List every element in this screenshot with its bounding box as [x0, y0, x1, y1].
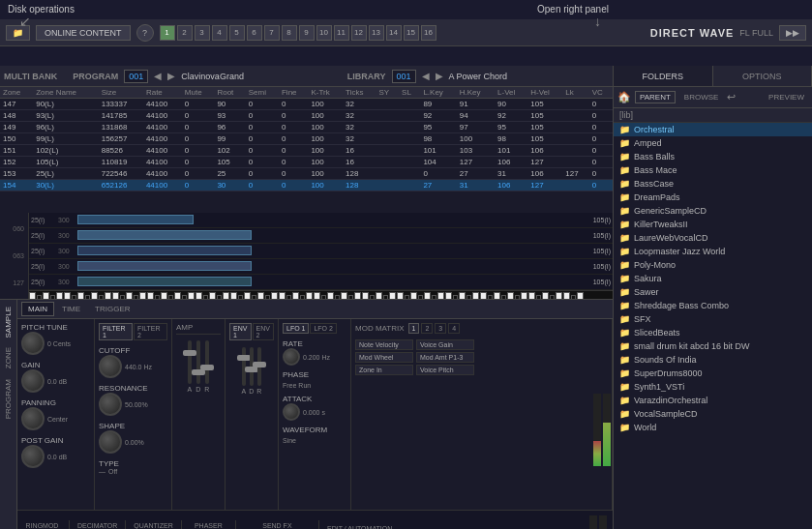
page-14[interactable]: 14 — [386, 25, 402, 41]
online-content-button[interactable]: ONLINE CONTENT — [36, 25, 131, 41]
piano-key[interactable] — [550, 295, 555, 301]
table-row[interactable]: 151102(L)8852644100010200100161011031011… — [0, 145, 613, 157]
filter1-tab[interactable]: FILTER 1 — [99, 323, 133, 340]
home-icon[interactable]: 🏠 — [617, 91, 631, 103]
cutoff-knob[interactable] — [99, 355, 122, 378]
piano-key[interactable] — [265, 295, 270, 301]
browser-item[interactable]: 📁GenericSampleCD — [614, 204, 812, 218]
page-16[interactable]: 16 — [421, 25, 436, 41]
piano-key[interactable] — [563, 292, 570, 301]
browser-item[interactable]: 📁LaureWebVocalCD — [614, 231, 812, 245]
piano-key[interactable] — [50, 295, 55, 301]
tab-trigger[interactable]: TRIGGER — [88, 302, 136, 316]
table-row[interactable]: 14996(L)1318684410009600100329597951050 — [0, 122, 613, 133]
rp-browse-btn[interactable]: BROWSE — [679, 91, 724, 103]
lib-next-arrow[interactable]: ▶ — [436, 71, 443, 81]
mod-source-3[interactable]: Zone In — [355, 365, 413, 375]
page-6[interactable]: 6 — [247, 25, 262, 41]
piano-key[interactable] — [257, 292, 264, 301]
piano-key[interactable] — [354, 292, 361, 301]
piano-key[interactable] — [223, 292, 229, 301]
mod-tab-3[interactable]: 3 — [435, 323, 446, 334]
browser-item[interactable]: 📁Sakura — [614, 272, 812, 285]
table-row[interactable]: 14893(L)1417854410009300100329294921050 — [0, 110, 613, 122]
piano-key[interactable] — [341, 292, 347, 301]
table-row[interactable]: 152105(L)1108194410001050010016104127106… — [0, 157, 613, 168]
browser-item[interactable]: 📁Shreddage Bass Combo — [614, 299, 812, 312]
page-1[interactable]: 1 — [160, 25, 175, 41]
piano-key[interactable] — [445, 292, 452, 301]
piano-key[interactable] — [335, 295, 340, 301]
piano-key[interactable] — [64, 292, 71, 301]
page-5[interactable]: 5 — [229, 25, 245, 41]
table-row[interactable]: 15099(L)15625744100099001003298100981050 — [0, 133, 613, 145]
tab-main[interactable]: MAIN — [21, 302, 54, 316]
piano-key[interactable] — [437, 292, 444, 301]
help-button[interactable]: ? — [136, 24, 154, 42]
piano-key[interactable] — [494, 292, 500, 301]
piano-key[interactable] — [432, 295, 436, 301]
piano-key[interactable] — [370, 295, 375, 301]
piano-key[interactable] — [515, 295, 520, 301]
piano-key[interactable] — [91, 292, 98, 301]
piano-key[interactable] — [556, 292, 562, 301]
table-row[interactable]: 15325(L)72254644100025001001280273110612… — [0, 168, 613, 180]
piano-key[interactable] — [501, 295, 506, 301]
piano-key[interactable] — [300, 295, 305, 301]
piano-key[interactable] — [536, 295, 541, 301]
page-15[interactable]: 15 — [404, 25, 419, 41]
piano-key[interactable] — [112, 292, 119, 301]
page-8[interactable]: 8 — [282, 25, 297, 41]
piano-key[interactable] — [459, 292, 466, 301]
lfo2-tab[interactable]: LFO 2 — [310, 323, 336, 334]
piano-key[interactable] — [286, 295, 291, 301]
prog-prev-arrow[interactable]: ◀ — [154, 71, 162, 81]
piano-key[interactable] — [203, 295, 208, 301]
browser-item[interactable]: 📁Bass Mace — [614, 163, 812, 177]
mod-dest-1[interactable]: Voice Gain — [416, 339, 474, 350]
piano-key[interactable] — [147, 292, 154, 301]
piano-key[interactable] — [348, 295, 353, 301]
browser-item[interactable]: 📁small drum kit abcd 16 bit DW — [614, 339, 812, 353]
side-tab-program[interactable]: PROGRAM — [2, 376, 15, 422]
prog-next-arrow[interactable]: ▶ — [167, 71, 175, 81]
piano-key[interactable] — [174, 292, 181, 301]
piano-key[interactable] — [217, 295, 222, 301]
library-number[interactable]: 001 — [392, 70, 416, 83]
piano-key[interactable] — [521, 292, 527, 301]
tab-time[interactable]: TIME — [55, 302, 87, 316]
shape-knob[interactable] — [99, 430, 122, 454]
rp-back-icon[interactable]: ↩ — [727, 91, 736, 103]
piano-key[interactable] — [120, 295, 125, 301]
piano-key[interactable] — [134, 295, 138, 301]
piano-key[interactable] — [472, 292, 479, 301]
rp-tab-options[interactable]: OPTIONS — [713, 66, 813, 86]
side-tab-zone[interactable]: ZONE — [2, 344, 15, 371]
page-2[interactable]: 2 — [177, 25, 193, 41]
rp-parent-btn[interactable]: PARENT — [635, 91, 676, 103]
piano-key[interactable] — [466, 295, 471, 301]
lfo-attack-knob[interactable] — [283, 403, 300, 421]
rp-preview-btn[interactable]: PREVIEW — [765, 92, 808, 103]
browser-item[interactable]: 📁Amped — [614, 136, 812, 150]
disk-ops-button[interactable]: 📁 — [6, 25, 30, 41]
piano-roll[interactable]: 060 063 127 25(I)300105(I)25(I)300105(I)… — [0, 213, 613, 300]
mod-tab-2[interactable]: 2 — [421, 323, 433, 334]
piano-key[interactable] — [168, 295, 173, 301]
piano-key[interactable] — [279, 292, 286, 301]
browser-item[interactable]: 📁Sounds Of India — [614, 353, 812, 367]
piano-key[interactable] — [77, 292, 84, 301]
post-gain-knob[interactable] — [21, 445, 45, 468]
page-4[interactable]: 4 — [212, 25, 227, 41]
piano-key[interactable] — [230, 292, 237, 301]
page-12[interactable]: 12 — [351, 25, 367, 41]
piano-key[interactable] — [244, 292, 251, 301]
piano-key[interactable] — [271, 292, 278, 301]
table-row[interactable]: 14790(L)1333374410009000100328991901050 — [0, 99, 613, 110]
env2-tab[interactable]: ENV 2 — [253, 323, 275, 340]
piano-key[interactable] — [314, 292, 320, 301]
piano-key[interactable] — [424, 292, 431, 301]
toggle-right-panel[interactable]: ▶▶ — [779, 25, 806, 41]
resonance-knob[interactable] — [99, 393, 122, 416]
browser-item[interactable]: 📁Poly-Mono — [614, 258, 812, 272]
